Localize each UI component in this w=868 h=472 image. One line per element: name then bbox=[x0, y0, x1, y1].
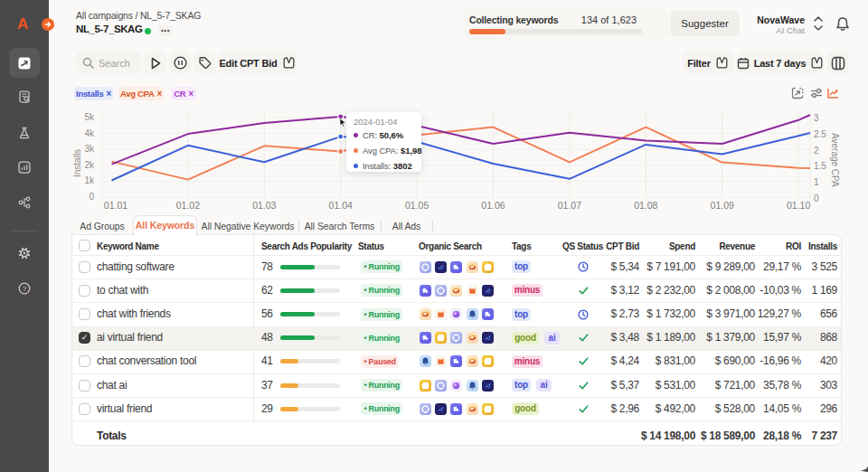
svg-text:01.09: 01.09 bbox=[711, 200, 734, 211]
svg-text:01.04: 01.04 bbox=[329, 200, 353, 211]
svg-text:3k: 3k bbox=[84, 144, 95, 154]
svg-text:2.5: 2.5 bbox=[814, 129, 826, 139]
svg-text:0: 0 bbox=[89, 192, 94, 202]
svg-text:01.02: 01.02 bbox=[176, 200, 200, 211]
svg-text:01.07: 01.07 bbox=[558, 200, 581, 211]
svg-text:5k: 5k bbox=[84, 112, 95, 122]
svg-text:01.08: 01.08 bbox=[634, 200, 657, 211]
svg-text:01.03: 01.03 bbox=[252, 200, 276, 211]
svg-text:4k: 4k bbox=[84, 128, 95, 138]
svg-text:?: ? bbox=[23, 285, 27, 293]
svg-text:3: 3 bbox=[814, 113, 819, 123]
svg-text:1k: 1k bbox=[84, 175, 95, 185]
svg-text:1.5: 1.5 bbox=[814, 161, 826, 171]
svg-text:01.06: 01.06 bbox=[481, 200, 505, 211]
svg-text:0: 0 bbox=[814, 194, 819, 203]
svg-text:2k: 2k bbox=[84, 160, 95, 170]
svg-text:01.10: 01.10 bbox=[787, 200, 810, 211]
svg-text:2: 2 bbox=[814, 146, 819, 156]
svg-text:1: 1 bbox=[814, 177, 819, 187]
svg-text:01.01: 01.01 bbox=[104, 200, 127, 211]
svg-text:01.05: 01.05 bbox=[405, 200, 429, 211]
